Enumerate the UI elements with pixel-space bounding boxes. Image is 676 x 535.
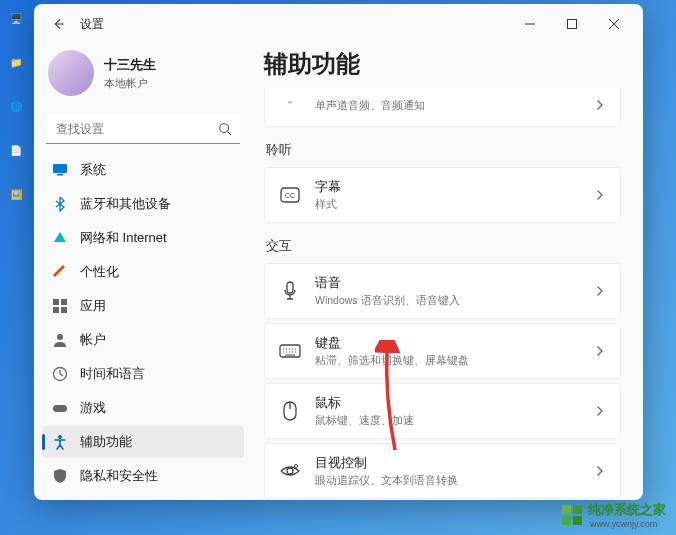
svg-rect-0 <box>568 20 577 29</box>
card-sub: 粘滞、筛选和切换键、屏幕键盘 <box>315 354 594 368</box>
sidebar: 十三先生 本地帐户 系统蓝牙和其他设备网络和 Internet个性化应用帐户时间… <box>34 44 252 500</box>
svg-rect-3 <box>57 174 63 176</box>
shield-icon <box>52 468 68 484</box>
maximize-button[interactable] <box>551 10 593 38</box>
watermark-url: www.ycwnjy.com <box>590 519 666 529</box>
desktop-icon[interactable]: 🖼️ <box>3 181 29 207</box>
svg-rect-7 <box>61 307 67 313</box>
chevron-right-icon <box>594 189 606 201</box>
profile-sub: 本地帐户 <box>104 76 156 91</box>
nav: 系统蓝牙和其他设备网络和 Internet个性化应用帐户时间和语言游戏辅助功能隐… <box>42 154 244 500</box>
sidebar-item-apps[interactable]: 应用 <box>42 290 244 322</box>
chevron-right-icon <box>594 285 606 297</box>
titlebar: 设置 <box>34 4 643 44</box>
card-sub: 眼动追踪仪、文本到语音转换 <box>315 474 594 488</box>
game-icon <box>52 400 68 416</box>
mic-icon <box>279 280 301 302</box>
chevron-right-icon <box>594 405 606 417</box>
profile-name: 十三先生 <box>104 56 156 74</box>
profile[interactable]: 十三先生 本地帐户 <box>42 44 244 110</box>
card-captions[interactable]: CC 字幕 样式 <box>264 167 621 223</box>
desktop-icon[interactable]: 🖥️ <box>3 5 29 31</box>
card-sub: Windows 语音识别、语音键入 <box>315 294 594 308</box>
watermark: 纯净系统之家 www.ycwnjy.com <box>558 499 670 531</box>
card-eye[interactable]: 目视控制 眼动追踪仪、文本到语音转换 <box>264 443 621 499</box>
wifi-icon <box>52 230 68 246</box>
card-sub: 单声道音频、音频通知 <box>315 99 594 113</box>
cc-icon: CC <box>279 184 301 206</box>
back-button[interactable] <box>42 8 74 40</box>
svg-point-1 <box>220 124 229 133</box>
sidebar-item-label: 时间和语言 <box>80 365 145 383</box>
desktop-icon[interactable]: 🌐 <box>3 93 29 119</box>
svg-text:CC: CC <box>285 192 295 199</box>
card-sub: 鼠标键、速度、加速 <box>315 414 594 428</box>
card-title: 目视控制 <box>315 454 594 472</box>
audio-icon: " <box>279 94 301 116</box>
sidebar-item-update[interactable]: Windows 更新 <box>42 494 244 500</box>
avatar <box>48 50 94 96</box>
back-arrow-icon <box>51 17 65 31</box>
user-icon <box>52 332 68 348</box>
chevron-right-icon <box>594 345 606 357</box>
mouse-icon <box>279 400 301 422</box>
eye-icon <box>279 460 301 482</box>
search-icon <box>218 122 232 136</box>
window-title: 设置 <box>80 16 104 33</box>
sidebar-item-privacy[interactable]: 隐私和安全性 <box>42 460 244 492</box>
svg-point-11 <box>58 435 62 439</box>
desktop-icons: 🖥️ 📁 🌐 📄 🖼️ <box>3 5 33 207</box>
sidebar-item-label: 网络和 Internet <box>80 229 167 247</box>
monitor-icon <box>52 162 68 178</box>
svg-rect-10 <box>53 405 67 412</box>
sidebar-item-system[interactable]: 系统 <box>42 154 244 186</box>
accessibility-icon <box>52 434 68 450</box>
sidebar-item-network[interactable]: 网络和 Internet <box>42 222 244 254</box>
desktop-icon[interactable]: 📄 <box>3 137 29 163</box>
sidebar-item-label: 隐私和安全性 <box>80 467 158 485</box>
minimize-button[interactable] <box>509 10 551 38</box>
sidebar-item-gaming[interactable]: 游戏 <box>42 392 244 424</box>
svg-rect-5 <box>61 299 67 305</box>
sidebar-item-accessibility[interactable]: 辅助功能 <box>42 426 244 458</box>
card-speech[interactable]: 语音 Windows 语音识别、语音键入 <box>264 263 621 319</box>
svg-rect-14 <box>287 282 293 293</box>
audio-card-partial[interactable]: " 单声道音频、音频通知 <box>264 88 621 127</box>
window-controls <box>509 10 635 38</box>
svg-rect-2 <box>53 164 67 173</box>
close-button[interactable] <box>593 10 635 38</box>
minimize-icon <box>525 19 535 29</box>
brush-icon <box>52 264 68 280</box>
sidebar-item-accounts[interactable]: 帐户 <box>42 324 244 356</box>
keyboard-icon <box>279 340 301 362</box>
svg-rect-4 <box>53 299 59 305</box>
card-mouse[interactable]: 鼠标 鼠标键、速度、加速 <box>264 383 621 439</box>
card-title: 键盘 <box>315 334 594 352</box>
card-title: 字幕 <box>315 178 594 196</box>
sidebar-item-bluetooth[interactable]: 蓝牙和其他设备 <box>42 188 244 220</box>
sidebar-item-label: 辅助功能 <box>80 433 132 451</box>
settings-window: 设置 十三先生 本地帐户 系统蓝牙和其他设备网络和 Internet个性化应 <box>34 4 643 500</box>
search-input[interactable] <box>46 114 240 144</box>
maximize-icon <box>567 19 577 29</box>
chevron-right-icon <box>594 465 606 477</box>
section-label: 交互 <box>266 237 621 255</box>
card-title: 语音 <box>315 274 594 292</box>
sidebar-item-time[interactable]: 时间和语言 <box>42 358 244 390</box>
sidebar-item-label: 游戏 <box>80 399 106 417</box>
desktop-icon[interactable]: 📁 <box>3 49 29 75</box>
watermark-logo-icon <box>562 505 582 525</box>
apps-icon <box>52 298 68 314</box>
sidebar-item-label: 蓝牙和其他设备 <box>80 195 171 213</box>
search-wrap <box>46 114 240 144</box>
chevron-right-icon <box>594 99 606 111</box>
svg-point-8 <box>57 334 63 340</box>
card-keyboard[interactable]: 键盘 粘滞、筛选和切换键、屏幕键盘 <box>264 323 621 379</box>
sidebar-item-label: 系统 <box>80 161 106 179</box>
sidebar-item-personalize[interactable]: 个性化 <box>42 256 244 288</box>
clock-icon <box>52 366 68 382</box>
content: 辅助功能 " 单声道音频、音频通知 聆听 CC 字幕 样式 交互 语音 Wind… <box>252 44 643 500</box>
bluetooth-icon <box>52 196 68 212</box>
sidebar-item-label: 个性化 <box>80 263 119 281</box>
svg-point-18 <box>295 465 298 468</box>
